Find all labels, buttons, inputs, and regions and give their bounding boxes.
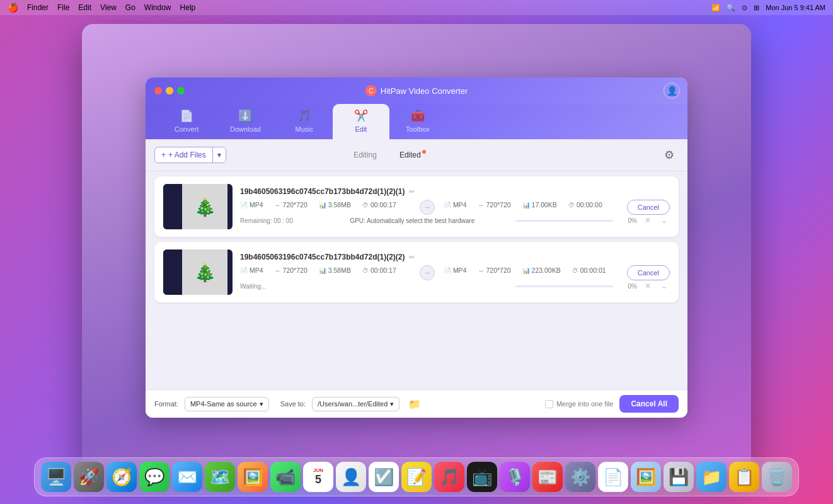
edited-tab-label: Edited: [399, 151, 421, 159]
add-files-button[interactable]: + + Add Files ▾: [154, 147, 226, 163]
dst-duration-icon-2: ⏱: [572, 267, 578, 274]
format-icon: 📄: [240, 202, 248, 209]
plus-icon: +: [161, 151, 166, 159]
add-files-dropdown-arrow[interactable]: ▾: [212, 147, 226, 163]
src-size-2: 📊 3.58MB: [319, 266, 351, 274]
tab-download[interactable]: ⬇️ Download: [215, 104, 276, 139]
dock-item-contacts[interactable]: 👤: [336, 462, 366, 492]
dock-item-photos[interactable]: 🖼️: [238, 462, 268, 492]
dock-item-news2[interactable]: 📋: [729, 462, 759, 492]
src-duration-2: ⏱ 00:00:17: [362, 266, 396, 274]
src-size-label-1: 3.58MB: [328, 201, 351, 209]
settings-icon: ⚙: [664, 148, 674, 162]
menu-file[interactable]: File: [57, 3, 69, 12]
edited-notification-dot: [422, 150, 426, 154]
merge-checkbox[interactable]: [545, 400, 553, 408]
tab-music-label: Music: [296, 125, 314, 133]
src-duration-1: ⏱ 00:00:17: [362, 201, 396, 209]
dock-item-syspreferences[interactable]: ⚙️: [565, 462, 595, 492]
file-name-row-2: 19b4605063196c0745cc7b173bb4d72d(1)(2)(2…: [240, 253, 670, 261]
maximize-button[interactable]: [177, 87, 185, 94]
save-to-select[interactable]: /Users/wan...ter/Edited ▾: [312, 397, 399, 411]
menu-finder[interactable]: Finder: [27, 3, 49, 12]
size-icon: 📊: [319, 202, 326, 209]
file-thumbnail-2: 🎄: [163, 249, 233, 295]
dst-size-2: 📊 223.00KB: [522, 266, 561, 274]
dock-item-messages[interactable]: 💬: [139, 462, 169, 492]
dst-size-1: 📊 17.00KB: [522, 201, 557, 209]
format-select[interactable]: MP4-Same as source ▾: [185, 397, 269, 411]
tab-toolbox[interactable]: 🧰 Toolbox: [389, 104, 446, 139]
progress-bar-container-1: [515, 220, 613, 222]
menu-help[interactable]: Help: [180, 3, 196, 12]
siri-icon[interactable]: ⊙: [742, 4, 747, 12]
wifi-icon: 📶: [711, 4, 720, 12]
menu-go[interactable]: Go: [125, 3, 135, 12]
file-meta-row-1: 📄 MP4 ↔ 720*720 📊 3.58: [240, 200, 670, 215]
editing-tab[interactable]: Editing: [343, 148, 387, 162]
apple-menu[interactable]: 🍎: [8, 3, 18, 13]
dock-item-mail[interactable]: ✉️: [172, 462, 202, 492]
app-icon: C: [365, 85, 377, 96]
dst-format-label-2: MP4: [453, 266, 467, 274]
cancel-button-2[interactable]: Cancel: [627, 265, 670, 280]
search-icon[interactable]: 🔍: [727, 4, 735, 12]
dock-item-calendar[interactable]: JUN 5: [303, 462, 333, 492]
cancel-all-button[interactable]: Cancel All: [619, 395, 679, 413]
minimize-button[interactable]: [166, 87, 173, 94]
browse-folder-button[interactable]: 📁: [406, 395, 423, 413]
menu-window[interactable]: Window: [144, 3, 171, 12]
close-button[interactable]: [154, 87, 162, 94]
cancel-button-1[interactable]: Cancel: [627, 200, 670, 215]
dock-item-reminders[interactable]: ☑️: [369, 462, 399, 492]
dock-item-trash[interactable]: 🗑️: [762, 462, 792, 492]
dock-item-news[interactable]: 📰: [532, 462, 563, 492]
tab-music[interactable]: 🎵 Music: [276, 104, 333, 139]
dock-item-podcasts[interactable]: 🎙️: [500, 462, 530, 492]
save-to-dropdown-icon: ▾: [390, 400, 394, 408]
dst-format-icon-2: 📄: [444, 267, 451, 274]
add-files-main[interactable]: + + Add Files: [155, 147, 212, 163]
file-dst-meta-1: 📄 MP4 ↔ 720*720 📊 17.0: [444, 201, 614, 209]
gpu-label-1: GPU: Automatically select the best hardw…: [314, 217, 510, 224]
src-format-1: 📄 MP4: [240, 201, 263, 209]
tab-convert-label: Convert: [175, 125, 199, 133]
dock-item-launchpad[interactable]: 🚀: [74, 462, 104, 492]
dock-item-appletv[interactable]: 📺: [467, 462, 497, 492]
format-dropdown-icon: ▾: [260, 400, 263, 408]
download-icon: ⬇️: [238, 109, 252, 123]
bottom-bar: Format: MP4-Same as source ▾ Save to: /U…: [146, 389, 687, 418]
dock-item-preview[interactable]: 🖼️: [631, 462, 661, 492]
dock-item-finder[interactable]: 🖥️: [41, 462, 71, 492]
add-files-label: + Add Files: [168, 151, 206, 159]
menu-view[interactable]: View: [100, 3, 117, 12]
close-item-icon-1[interactable]: ✕: [642, 215, 653, 226]
dock-item-textedit[interactable]: 📄: [598, 462, 628, 492]
dock-item-notes[interactable]: 📝: [401, 462, 432, 492]
dock-item-safari[interactable]: 🧭: [106, 462, 137, 492]
edit-filename-icon[interactable]: ✏: [409, 188, 415, 196]
edit-filename-icon-2[interactable]: ✏: [409, 253, 415, 261]
dock-item-maps[interactable]: 🗺️: [205, 462, 235, 492]
menu-edit[interactable]: Edit: [78, 3, 91, 12]
more-actions-icon-2[interactable]: ⌄: [658, 280, 670, 292]
more-actions-icon-1[interactable]: ⌄: [658, 215, 670, 226]
dock-item-files[interactable]: 📁: [696, 462, 727, 492]
tab-edit[interactable]: ✂️ Edit: [333, 104, 389, 139]
thumb-bar-right-2: [227, 249, 233, 295]
close-item-icon-2[interactable]: ✕: [642, 280, 653, 292]
dock-item-music[interactable]: 🎵: [434, 462, 464, 492]
settings-button[interactable]: ⚙: [660, 146, 679, 164]
control-center-icon[interactable]: ⊞: [754, 4, 759, 12]
file-name-1: 19b4605063196c0745cc7b173bb4d72d(1)(2)(1…: [240, 187, 405, 196]
file-thumbnail-1: 🎄: [163, 184, 233, 229]
src-duration-label-1: 00:00:17: [371, 201, 396, 209]
user-account-button[interactable]: 👤: [664, 83, 680, 99]
dst-resolution-label-2: 720*720: [486, 266, 510, 274]
dock-item-facetime[interactable]: 📹: [270, 462, 301, 492]
tab-convert[interactable]: 📄 Convert: [158, 104, 215, 139]
dock-item-finder2[interactable]: 💾: [664, 462, 694, 492]
file-src-meta-1: 📄 MP4 ↔ 720*720 📊 3.58: [240, 201, 411, 209]
edited-tab[interactable]: Edited: [389, 148, 431, 162]
thumb-bar-left: [163, 184, 182, 229]
